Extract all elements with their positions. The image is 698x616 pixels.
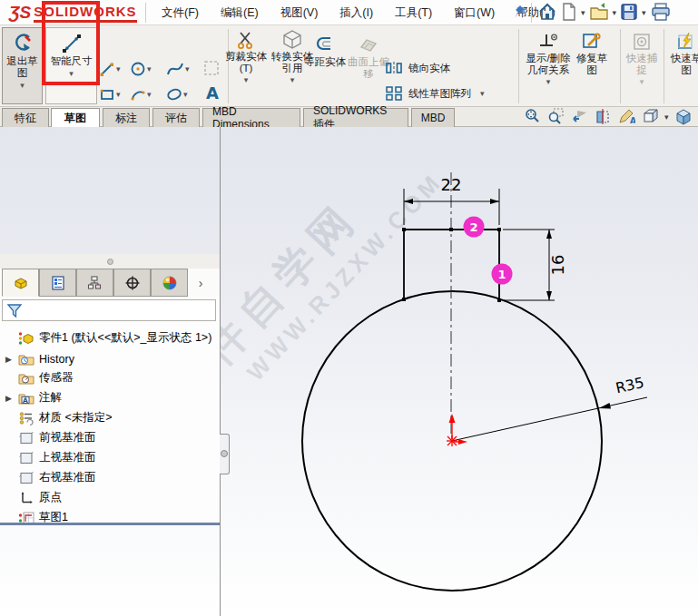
smart-dimension-button[interactable]: 智能尺寸 ▾ (45, 27, 97, 104)
linear-pattern-dropdown[interactable]: ▾ (480, 90, 485, 98)
display-delete-relations-button[interactable]: 显示/删除几何关系 ▾ (523, 31, 574, 86)
dimension-16[interactable] (503, 230, 555, 300)
exit-sketch-button[interactable]: 退出草图 ▾ (2, 27, 43, 104)
panel-collapse-handle[interactable] (220, 434, 230, 474)
graphics-viewport[interactable]: 软件自学网 WWW.RJZXW.COM 22 (0, 127, 698, 616)
dim-height-text[interactable]: 16 (548, 255, 567, 276)
tab-mbd-dimensions[interactable]: MBD Dimensions (202, 108, 300, 127)
panel-top-splitter[interactable] (0, 254, 220, 269)
trim-entities-dropdown[interactable]: ▾ (244, 76, 249, 84)
tree-item-top-plane[interactable]: 上视基准面 (0, 448, 220, 467)
mirror-entities-button[interactable]: 镜向实体 (385, 60, 450, 76)
new-document-dropdown[interactable]: ▾ (581, 8, 585, 17)
menu-tools[interactable]: 工具(T) (395, 5, 432, 21)
ellipse-dropdown[interactable]: ▾ (183, 91, 188, 99)
pin-menubar-icon[interactable] (511, 4, 527, 24)
quick-snaps-dropdown: ▾ (640, 78, 644, 86)
spline-dropdown[interactable]: ▾ (185, 65, 190, 73)
tab-markup[interactable]: 标注 (103, 108, 150, 127)
tab-evaluate[interactable]: 评估 (152, 108, 200, 127)
line-tool[interactable]: ▾ (98, 60, 121, 78)
tree-item-right-plane[interactable]: 右视基准面 (0, 468, 220, 487)
plane-ghost-icon (202, 58, 221, 78)
tree-filter-box[interactable] (2, 299, 216, 321)
save-dropdown[interactable]: ▾ (642, 8, 646, 17)
panel-tabs-overflow-chevron[interactable]: › (188, 269, 213, 297)
rollback-bar[interactable] (0, 523, 220, 525)
home-icon[interactable] (537, 2, 557, 24)
rectangle-icon (98, 85, 116, 103)
tree-item-annotations[interactable]: ▶ A 注解 (0, 388, 220, 407)
circle-dropdown[interactable]: ▾ (147, 65, 152, 73)
tree-item-history[interactable]: ▶ History (0, 349, 220, 368)
tab-dimxpertmanager[interactable] (113, 269, 151, 297)
radius-leader-line[interactable] (452, 397, 647, 441)
repair-sketch-button[interactable]: 修复草图 (572, 31, 612, 76)
expand-arrow-icon[interactable]: ▶ (5, 394, 18, 403)
panel-divider[interactable] (220, 127, 221, 616)
rectangle-tool[interactable]: ▾ (98, 85, 121, 103)
circle-icon (129, 60, 147, 78)
tab-displaymanager[interactable] (151, 269, 188, 297)
circle-tool[interactable]: ▾ (129, 60, 152, 78)
menu-window[interactable]: 窗口(W) (454, 5, 495, 21)
arc-tool[interactable]: ▾ (129, 85, 152, 103)
line-dropdown[interactable]: ▾ (116, 65, 121, 73)
tab-features[interactable]: 特征 (2, 108, 49, 127)
tree-item-origin[interactable]: 原点 (0, 488, 220, 507)
menu-insert[interactable]: 插入(I) (339, 5, 373, 21)
tab-featuremanager-tree[interactable] (2, 269, 39, 297)
ribbon-separator (620, 29, 621, 103)
open-document-dropdown[interactable]: ▾ (613, 8, 617, 17)
menu-view[interactable]: 视图(V) (280, 5, 319, 21)
linear-pattern-button[interactable]: 线性草图阵列 ▾ (385, 85, 485, 102)
tree-root-label: 零件1 (默认<<默认>_显示状态 1>) (39, 330, 211, 346)
part-icon (13, 275, 29, 291)
print-icon[interactable] (650, 2, 672, 24)
menu-file[interactable]: 文件(F) (162, 5, 199, 21)
zoom-area-icon[interactable] (546, 107, 565, 128)
previous-view-icon[interactable] (570, 107, 588, 128)
view-orientation-icon[interactable] (641, 107, 659, 128)
text-tool[interactable]: A (203, 83, 221, 103)
arc-dropdown[interactable]: ▾ (147, 91, 152, 99)
tab-solidworks-addins[interactable]: SOLIDWORKS 插件 (303, 108, 408, 127)
convert-entities-dropdown[interactable]: ▾ (290, 76, 295, 84)
rapid-sketch-button[interactable]: 快速草图 (666, 31, 698, 76)
display-relations-dropdown[interactable]: ▾ (546, 78, 551, 86)
section-view-icon[interactable] (594, 107, 612, 128)
trim-entities-button[interactable]: 剪裁实体(T) ▾ (225, 29, 267, 84)
display-style-icon[interactable] (674, 107, 693, 128)
mirror-entities-icon (385, 60, 403, 76)
zoom-fit-icon[interactable] (523, 107, 541, 128)
tree-item-sensors[interactable]: 传感器 (0, 368, 220, 387)
open-document-icon[interactable] (589, 2, 609, 24)
ellipse-tool[interactable]: ▾ (165, 85, 188, 103)
sketch-canvas[interactable]: 22 16 R35 2 1 (221, 127, 698, 616)
logo-brand-text: SOLIDWORKS (34, 4, 136, 23)
tab-mbd[interactable]: MBD (411, 108, 455, 127)
tab-configurationmanager[interactable] (76, 269, 113, 297)
view-orientation-dropdown[interactable]: ▾ (664, 112, 669, 122)
dim-radius-text[interactable]: R35 (614, 374, 645, 396)
rectangle-dropdown[interactable]: ▾ (116, 91, 121, 99)
new-document-icon[interactable] (561, 2, 577, 24)
spline-tool[interactable]: ▾ (165, 60, 190, 78)
menu-edit[interactable]: 编辑(E) (221, 5, 259, 21)
exit-sketch-dropdown[interactable]: ▾ (20, 82, 25, 90)
repair-sketch-label: 修复草图 (572, 53, 612, 76)
tab-sketch[interactable]: 草图 (51, 108, 100, 127)
svg-text:A: A (23, 396, 28, 404)
tree-item-material[interactable]: 材质 <未指定> (0, 408, 220, 427)
tree-root-part[interactable]: 零件1 (默认<<默认>_显示状态 1>) (0, 328, 220, 347)
tree-item-front-plane[interactable]: 前视基准面 (0, 428, 220, 447)
display-relations-icon (537, 31, 559, 53)
smart-dimension-dropdown[interactable]: ▾ (69, 70, 74, 78)
expand-arrow-icon[interactable]: ▶ (5, 355, 18, 364)
dim-width-text[interactable]: 22 (441, 175, 462, 194)
splitter-handle-dot[interactable] (107, 259, 113, 265)
offset-entities-button[interactable]: 等距实体 (303, 34, 347, 68)
hide-show-items-icon[interactable]: A (617, 107, 635, 128)
save-icon[interactable] (620, 3, 638, 24)
tab-propertymanager[interactable] (39, 269, 76, 297)
